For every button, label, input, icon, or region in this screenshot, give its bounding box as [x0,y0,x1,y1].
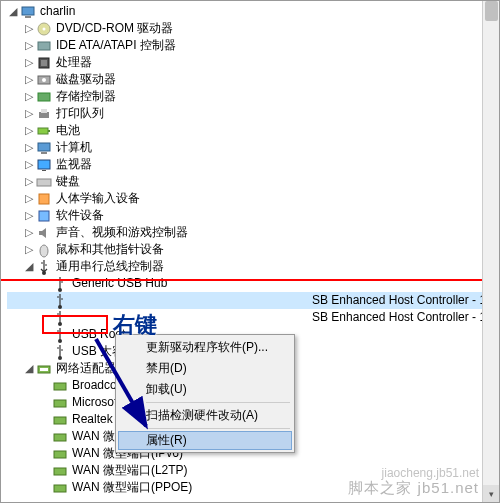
tree-root-label: charlin [40,3,75,20]
usb-device-icon [52,344,68,360]
expand-icon[interactable]: ▷ [23,125,34,136]
svg-rect-35 [54,468,66,475]
collapse-icon[interactable]: ◢ [7,6,18,17]
scrollbar-down-button[interactable]: ▾ [483,485,500,502]
expand-icon[interactable]: ▷ [23,57,34,68]
watermark-sub: jiaocheng.jb51.net [382,466,479,480]
tree-device-usb[interactable]: Generic USB Hub [7,275,499,292]
sound-icon [36,225,52,241]
tree-category[interactable]: ▷监视器 [7,156,499,173]
expand-icon[interactable]: ▷ [23,142,34,153]
svg-rect-19 [39,194,49,204]
cpu-icon [36,55,52,71]
computer-icon [36,140,52,156]
spacer [39,380,50,391]
expand-icon[interactable]: ▷ [23,176,34,187]
usb-device-icon [52,310,68,326]
network-adapter-icon [52,446,68,462]
spacer [39,346,50,357]
context-menu-item[interactable]: 卸载(U) [118,379,292,400]
spacer [39,482,50,493]
category-label: 通用串行总线控制器 [56,258,164,275]
expand-icon[interactable]: ▷ [23,210,34,221]
collapse-icon[interactable]: ◢ [23,363,34,374]
expand-icon[interactable]: ▷ [23,193,34,204]
device-suffix: SB Enhanced Host Controller - 1C26 [312,309,500,326]
context-menu-item[interactable]: 属性(R) [118,431,292,450]
expand-icon[interactable]: ▷ [23,23,34,34]
svg-rect-36 [54,485,66,492]
tree-category[interactable]: ▷软件设备 [7,207,499,224]
network-adapter-icon [52,463,68,479]
network-adapter-icon [52,429,68,445]
tree-category[interactable]: ▷处理器 [7,54,499,71]
scrollbar-thumb[interactable] [485,1,498,21]
category-label: 网络适配器 [56,360,116,377]
svg-point-26 [58,339,62,343]
tree-device-usb[interactable]: Intel(R)SB Enhanced Host Controller - 1C… [7,309,499,326]
svg-rect-0 [22,7,34,15]
context-menu-item[interactable]: 更新驱动程序软件(P)... [118,337,292,358]
tree-category[interactable]: ▷电池 [7,122,499,139]
tree-category[interactable]: ▷键盘 [7,173,499,190]
category-label: 鼠标和其他指针设备 [56,241,164,258]
network-adapter-icon [52,378,68,394]
spacer [39,295,50,306]
disk-icon [36,72,52,88]
svg-rect-32 [54,417,66,424]
category-label: DVD/CD-ROM 驱动器 [56,20,173,37]
device-manager-window: ◢ charlin ▷DVD/CD-ROM 驱动器▷IDE ATA/ATAPI … [0,0,500,503]
svg-rect-4 [38,42,50,50]
expand-icon[interactable]: ▷ [23,227,34,238]
svg-point-25 [58,322,62,326]
collapse-icon[interactable]: ◢ [23,261,34,272]
svg-rect-18 [37,179,51,186]
expand-icon[interactable]: ▷ [23,74,34,85]
printer-icon [36,106,52,122]
context-menu-item[interactable]: 禁用(D) [118,358,292,379]
category-label: 计算机 [56,139,92,156]
svg-rect-34 [54,451,66,458]
tree-category[interactable]: ▷鼠标和其他指针设备 [7,241,499,258]
tree-category[interactable]: ▷IDE ATA/ATAPI 控制器 [7,37,499,54]
tree-category[interactable]: ▷存储控制器 [7,88,499,105]
category-label: 磁盘驱动器 [56,71,116,88]
expand-icon[interactable]: ▷ [23,40,34,51]
tree-category[interactable]: ▷人体学输入设备 [7,190,499,207]
hid-icon [36,191,52,207]
expand-icon[interactable]: ▷ [23,91,34,102]
svg-point-3 [43,27,46,30]
tree-category[interactable]: ▷打印队列 [7,105,499,122]
expand-icon[interactable]: ▷ [23,108,34,119]
menu-separator [146,402,290,403]
spacer [39,465,50,476]
tree-category-usb[interactable]: ◢ 通用串行总线控制器 [7,258,499,275]
category-label: 电池 [56,122,80,139]
device-label: WAN 微型端口(L2TP) [72,462,188,479]
storage-icon [36,89,52,105]
tree-category[interactable]: ▷DVD/CD-ROM 驱动器 [7,20,499,37]
tree-category[interactable]: ▷磁盘驱动器 [7,71,499,88]
spacer [39,414,50,425]
context-menu-item[interactable]: 扫描检测硬件改动(A) [118,405,292,426]
vertical-scrollbar[interactable]: ▾ [482,1,499,502]
svg-point-8 [42,78,46,82]
expand-icon[interactable]: ▷ [23,159,34,170]
battery-icon [36,123,52,139]
svg-rect-12 [38,128,48,134]
svg-rect-31 [54,400,66,407]
tree-category[interactable]: ▷声音、视频和游戏控制器 [7,224,499,241]
computer-icon [20,4,36,20]
menu-separator [146,428,290,429]
software-icon [36,208,52,224]
tree-category[interactable]: ▷计算机 [7,139,499,156]
tree-device-usb[interactable]: Intel(R)SB Enhanced Host Controller - 1C… [7,292,499,309]
category-label: 软件设备 [56,207,104,224]
tree-root[interactable]: ◢ charlin [7,3,499,20]
svg-rect-11 [41,109,47,113]
expand-icon[interactable]: ▷ [23,244,34,255]
disc-icon [36,21,52,37]
svg-rect-1 [25,16,31,18]
mouse-icon [36,242,52,258]
svg-rect-6 [41,60,47,66]
